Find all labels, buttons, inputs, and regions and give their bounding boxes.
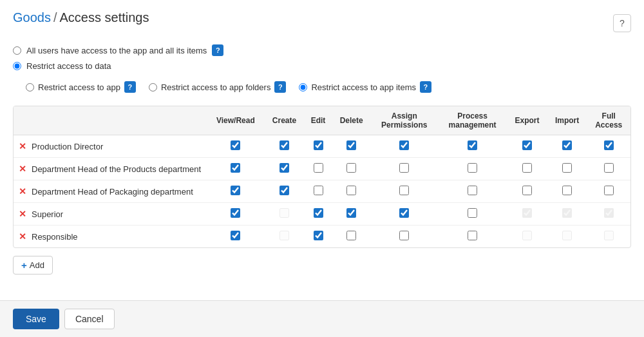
cell-viewRead[interactable]: [207, 135, 265, 158]
cell-delete[interactable]: [332, 135, 371, 158]
delete-row-icon[interactable]: ✕: [19, 186, 26, 197]
cell-assignPermissions[interactable]: [371, 203, 438, 226]
checkbox-processManagement[interactable]: [468, 231, 477, 240]
checkbox-assignPermissions[interactable]: [399, 231, 409, 240]
checkbox-delete[interactable]: [346, 186, 356, 195]
delete-row-icon[interactable]: ✕: [19, 231, 26, 242]
cell-processManagement[interactable]: [438, 158, 507, 180]
checkbox-viewRead[interactable]: [231, 186, 240, 195]
cell-edit[interactable]: [304, 158, 332, 180]
delete-row-icon[interactable]: ✕: [19, 141, 26, 151]
delete-row-icon[interactable]: ✕: [19, 164, 26, 174]
checkbox-delete[interactable]: [346, 163, 356, 173]
checkbox-edit[interactable]: [314, 163, 323, 173]
checkbox-processManagement[interactable]: [468, 163, 477, 173]
cancel-button[interactable]: Cancel: [64, 309, 115, 329]
checkbox-delete[interactable]: [346, 208, 356, 218]
checkbox-import[interactable]: [562, 163, 572, 173]
all-users-radio[interactable]: [13, 46, 21, 55]
cell-import[interactable]: [547, 135, 587, 158]
cell-create[interactable]: [265, 203, 305, 226]
checkbox-edit[interactable]: [314, 231, 323, 240]
checkbox-fullAccess[interactable]: [604, 140, 614, 150]
breadcrumb-link[interactable]: Goods: [13, 10, 51, 25]
checkbox-fullAccess[interactable]: [604, 208, 614, 218]
cell-export[interactable]: [507, 158, 547, 180]
cell-processManagement[interactable]: [438, 180, 507, 203]
checkbox-processManagement[interactable]: [468, 140, 477, 150]
checkbox-viewRead[interactable]: [231, 231, 240, 240]
restrict-app-radio[interactable]: [26, 83, 34, 91]
cell-edit[interactable]: [304, 180, 332, 203]
cell-fullAccess[interactable]: [587, 135, 630, 158]
checkbox-export[interactable]: [522, 208, 532, 218]
cell-edit[interactable]: [304, 203, 332, 226]
cell-viewRead[interactable]: [207, 158, 265, 180]
add-button[interactable]: + Add: [13, 256, 53, 274]
restrict-app-help-icon[interactable]: ?: [124, 81, 136, 93]
cell-assignPermissions[interactable]: [371, 158, 438, 180]
checkbox-viewRead[interactable]: [231, 163, 240, 173]
cell-viewRead[interactable]: [207, 180, 265, 203]
delete-row-icon[interactable]: ✕: [19, 209, 26, 219]
checkbox-create[interactable]: [279, 231, 289, 240]
checkbox-assignPermissions[interactable]: [399, 140, 409, 150]
cell-create[interactable]: [265, 158, 305, 180]
cell-fullAccess[interactable]: [587, 226, 630, 248]
checkbox-assignPermissions[interactable]: [399, 186, 409, 195]
restrict-data-radio[interactable]: [13, 62, 21, 70]
checkbox-edit[interactable]: [314, 140, 323, 150]
cell-import[interactable]: [547, 203, 587, 226]
checkbox-create[interactable]: [279, 140, 289, 150]
checkbox-create[interactable]: [279, 186, 289, 195]
checkbox-processManagement[interactable]: [468, 186, 477, 195]
save-button[interactable]: Save: [13, 309, 59, 329]
checkbox-create[interactable]: [279, 208, 289, 218]
cell-processManagement[interactable]: [438, 226, 507, 248]
checkbox-edit[interactable]: [314, 186, 323, 195]
restrict-items-radio[interactable]: [299, 83, 307, 91]
cell-processManagement[interactable]: [438, 135, 507, 158]
checkbox-processManagement[interactable]: [468, 208, 477, 218]
cell-export[interactable]: [507, 135, 547, 158]
checkbox-fullAccess[interactable]: [604, 231, 614, 240]
checkbox-assignPermissions[interactable]: [399, 208, 409, 218]
checkbox-assignPermissions[interactable]: [399, 163, 409, 173]
checkbox-export[interactable]: [522, 163, 532, 173]
cell-viewRead[interactable]: [207, 226, 265, 248]
checkbox-viewRead[interactable]: [231, 140, 240, 150]
cell-import[interactable]: [547, 226, 587, 248]
checkbox-create[interactable]: [279, 163, 289, 173]
checkbox-edit[interactable]: [314, 208, 323, 218]
cell-fullAccess[interactable]: [587, 158, 630, 180]
cell-assignPermissions[interactable]: [371, 226, 438, 248]
checkbox-import[interactable]: [562, 231, 572, 240]
restrict-folders-radio[interactable]: [149, 83, 157, 91]
checkbox-viewRead[interactable]: [231, 208, 240, 218]
all-users-help-icon[interactable]: ?: [212, 44, 223, 56]
cell-assignPermissions[interactable]: [371, 135, 438, 158]
cell-assignPermissions[interactable]: [371, 180, 438, 203]
checkbox-import[interactable]: [562, 208, 572, 218]
restrict-items-help-icon[interactable]: ?: [420, 81, 431, 93]
checkbox-export[interactable]: [522, 186, 532, 195]
cell-create[interactable]: [265, 226, 305, 248]
cell-edit[interactable]: [304, 226, 332, 248]
cell-delete[interactable]: [332, 226, 371, 248]
cell-export[interactable]: [507, 180, 547, 203]
restrict-folders-help-icon[interactable]: ?: [274, 81, 286, 93]
cell-create[interactable]: [265, 135, 305, 158]
cell-import[interactable]: [547, 180, 587, 203]
cell-processManagement[interactable]: [438, 203, 507, 226]
cell-export[interactable]: [507, 203, 547, 226]
checkbox-export[interactable]: [522, 140, 532, 150]
cell-delete[interactable]: [332, 203, 371, 226]
top-help-button[interactable]: ?: [613, 14, 631, 32]
checkbox-import[interactable]: [562, 140, 572, 150]
checkbox-delete[interactable]: [346, 231, 356, 240]
cell-import[interactable]: [547, 158, 587, 180]
cell-export[interactable]: [507, 226, 547, 248]
checkbox-delete[interactable]: [346, 140, 356, 150]
cell-edit[interactable]: [304, 135, 332, 158]
cell-fullAccess[interactable]: [587, 203, 630, 226]
